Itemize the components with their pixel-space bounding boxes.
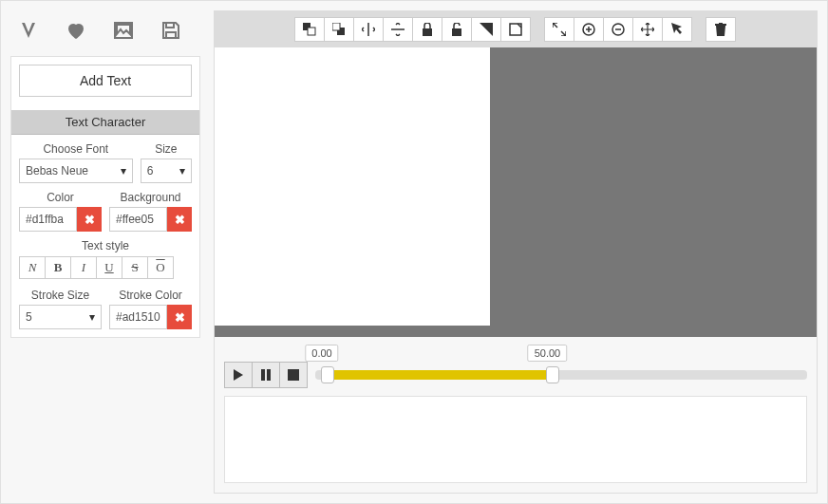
text-style-group: N B I U S O — [19, 256, 192, 279]
center-h-button[interactable] — [353, 17, 384, 42]
timeline-slider[interactable]: 0.00 50.00 — [315, 370, 807, 380]
stroke-color-input[interactable]: #ad1510 — [109, 305, 167, 329]
close-icon: ✖ — [175, 310, 185, 325]
svg-rect-5 — [452, 28, 461, 36]
add-text-button[interactable]: Add Text — [19, 65, 192, 97]
canvas-area[interactable] — [215, 11, 817, 337]
svg-rect-4 — [423, 28, 432, 36]
svg-rect-1 — [308, 28, 315, 35]
flip-v-button[interactable] — [500, 17, 531, 42]
delete-button[interactable] — [706, 17, 736, 42]
image-tool-icon[interactable] — [111, 18, 136, 43]
text-tool-icon[interactable] — [16, 18, 41, 43]
shape-heart-icon[interactable] — [64, 18, 88, 43]
slider-end-label: 50.00 — [528, 345, 568, 362]
text-panel: Add Text Text Character Choose Font Beba… — [10, 56, 200, 338]
save-icon[interactable] — [159, 18, 183, 43]
font-select[interactable]: Bebas Neue — [19, 159, 133, 183]
slider-start-label: 0.00 — [305, 345, 338, 362]
pause-button[interactable] — [252, 362, 280, 388]
slider-end-handle[interactable]: 50.00 — [546, 366, 559, 383]
center-v-button[interactable] — [383, 17, 413, 42]
close-icon: ✖ — [85, 213, 95, 227]
zoom-in-button[interactable] — [574, 17, 604, 42]
clear-color-button[interactable]: ✖ — [77, 207, 102, 232]
svg-rect-11 — [288, 369, 299, 381]
stop-button[interactable] — [279, 362, 308, 388]
fullscreen-button[interactable] — [544, 17, 574, 42]
bring-front-button[interactable] — [294, 17, 325, 42]
size-select[interactable]: 6 — [141, 159, 192, 183]
select-tool-button[interactable] — [662, 17, 692, 42]
style-italic-button[interactable]: I — [70, 256, 97, 279]
slider-start-handle[interactable]: 0.00 — [321, 366, 334, 383]
left-tool-tabs — [10, 10, 200, 56]
color-input[interactable]: #d1ffba — [19, 207, 77, 232]
style-bold-button[interactable]: B — [45, 256, 71, 279]
section-title: Text Character — [11, 110, 199, 135]
play-button[interactable] — [224, 362, 253, 388]
color-label: Color — [19, 191, 102, 204]
flip-h-button[interactable] — [471, 17, 501, 42]
style-label: Text style — [19, 239, 192, 252]
close-icon: ✖ — [175, 213, 185, 227]
timeline: 0.00 50.00 — [215, 337, 817, 396]
move-tool-button[interactable] — [632, 17, 663, 42]
clear-stroke-color-button[interactable]: ✖ — [167, 305, 192, 329]
style-overline-button[interactable]: O — [147, 256, 174, 279]
svg-rect-10 — [267, 369, 271, 381]
stroke-color-label: Stroke Color — [109, 289, 192, 302]
style-normal-button[interactable]: N — [19, 256, 46, 279]
editor-area: 0.00 50.00 — [214, 10, 818, 494]
lock-button[interactable] — [412, 17, 442, 42]
font-label: Choose Font — [19, 142, 133, 156]
clear-bg-button[interactable]: ✖ — [167, 207, 192, 232]
svg-rect-9 — [261, 369, 265, 381]
canvas-page[interactable] — [215, 47, 490, 326]
unlock-button[interactable] — [442, 17, 472, 42]
slider-fill — [325, 370, 555, 380]
zoom-out-button[interactable] — [603, 17, 633, 42]
layers-panel[interactable] — [224, 396, 807, 483]
style-underline-button[interactable]: U — [96, 256, 122, 279]
stroke-size-select[interactable]: 5 — [19, 305, 102, 329]
size-label: Size — [141, 142, 192, 156]
send-back-button[interactable] — [324, 17, 354, 42]
canvas-toolbar — [215, 11, 817, 47]
style-strike-button[interactable]: S — [122, 256, 148, 279]
svg-rect-3 — [332, 23, 340, 30]
bg-label: Background — [109, 191, 192, 204]
stroke-size-label: Stroke Size — [19, 289, 102, 302]
bg-input[interactable]: #ffee05 — [109, 207, 167, 232]
